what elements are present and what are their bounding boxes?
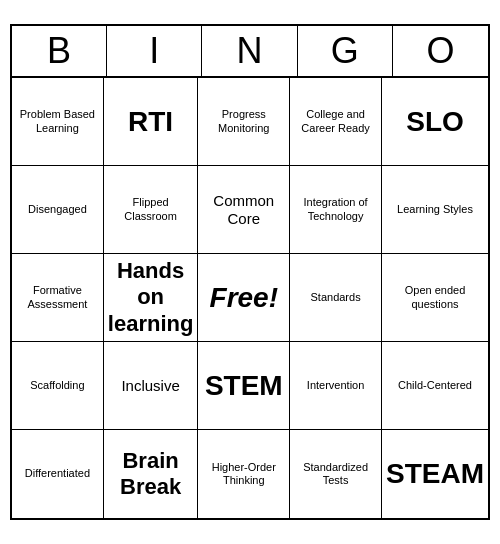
bingo-cell: College and Career Ready [290, 78, 382, 166]
cell-text: Free! [210, 281, 278, 315]
cell-text: College and Career Ready [294, 108, 377, 134]
cell-text: Integration of Technology [294, 196, 377, 222]
bingo-cell: Disengaged [12, 166, 104, 254]
cell-text: Differentiated [25, 467, 90, 480]
cell-text: RTI [128, 105, 173, 139]
cell-text: Learning Styles [397, 203, 473, 216]
cell-text: SLO [406, 105, 464, 139]
cell-text: Inclusive [121, 377, 179, 395]
cell-text: Hands on learning [108, 258, 194, 337]
cell-text: STEM [205, 369, 283, 403]
header-letter: G [298, 26, 393, 76]
bingo-cell: Flipped Classroom [104, 166, 199, 254]
bingo-cell: Hands on learning [104, 254, 199, 342]
bingo-grid: Problem Based LearningRTIProgress Monito… [12, 78, 488, 518]
cell-text: Standards [311, 291, 361, 304]
bingo-cell: Common Core [198, 166, 290, 254]
cell-text: Higher-Order Thinking [202, 461, 285, 487]
header-letter: O [393, 26, 488, 76]
bingo-cell: SLO [382, 78, 488, 166]
bingo-header: BINGO [12, 26, 488, 78]
bingo-cell: Differentiated [12, 430, 104, 518]
bingo-cell: Progress Monitoring [198, 78, 290, 166]
cell-text: Intervention [307, 379, 364, 392]
cell-text: Standardized Tests [294, 461, 377, 487]
bingo-cell: Child-Centered [382, 342, 488, 430]
header-letter: B [12, 26, 107, 76]
bingo-cell: Standards [290, 254, 382, 342]
bingo-cell: Problem Based Learning [12, 78, 104, 166]
bingo-cell: Brain Break [104, 430, 199, 518]
bingo-cell: Free! [198, 254, 290, 342]
cell-text: Flipped Classroom [108, 196, 194, 222]
cell-text: Brain Break [108, 448, 194, 501]
cell-text: Open ended questions [386, 284, 484, 310]
bingo-cell: Higher-Order Thinking [198, 430, 290, 518]
bingo-cell: Open ended questions [382, 254, 488, 342]
cell-text: Scaffolding [30, 379, 84, 392]
bingo-cell: Standardized Tests [290, 430, 382, 518]
cell-text: Formative Assessment [16, 284, 99, 310]
bingo-cell: Formative Assessment [12, 254, 104, 342]
cell-text: Problem Based Learning [16, 108, 99, 134]
bingo-cell: Integration of Technology [290, 166, 382, 254]
header-letter: N [202, 26, 297, 76]
bingo-cell: Intervention [290, 342, 382, 430]
bingo-cell: STEAM [382, 430, 488, 518]
bingo-cell: Scaffolding [12, 342, 104, 430]
header-letter: I [107, 26, 202, 76]
cell-text: Disengaged [28, 203, 87, 216]
bingo-cell: RTI [104, 78, 199, 166]
bingo-cell: Learning Styles [382, 166, 488, 254]
cell-text: Progress Monitoring [202, 108, 285, 134]
bingo-cell: Inclusive [104, 342, 199, 430]
cell-text: STEAM [386, 457, 484, 491]
bingo-cell: STEM [198, 342, 290, 430]
bingo-card: BINGO Problem Based LearningRTIProgress … [10, 24, 490, 520]
cell-text: Child-Centered [398, 379, 472, 392]
cell-text: Common Core [202, 192, 285, 228]
